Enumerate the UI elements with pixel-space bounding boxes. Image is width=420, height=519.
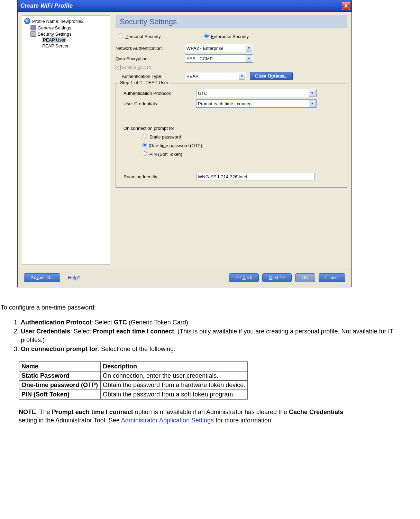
tree-root[interactable]: Profile Name: newprofile2 [24,18,108,25]
table-header-row: NameDescription [19,362,248,371]
radio-personal-input[interactable] [119,34,123,38]
close-icon[interactable]: X [342,2,350,10]
auth-type-select[interactable]: PEAP▼ [185,72,246,80]
radio-pin[interactable]: PIN (Soft Token) [141,150,182,157]
user-cred-select[interactable]: Prompt each time I connect▼ [196,99,317,108]
note-t1: : The [36,409,52,415]
data-enc-label: Data Encryption: [116,56,185,61]
user-cred-value: Prompt each time I connect [198,101,253,106]
radio-personal-label: ersonal Security [128,34,161,39]
doc-step-1: Authentication Protocol: Select GTC (Gen… [21,318,416,326]
cisco-options-button[interactable]: Cisco Options... [250,72,293,80]
back-button[interactable]: << Back [229,273,259,282]
table-row: PIN (Soft Token)Obtain the password from… [19,390,248,399]
radio-enterprise-label: nterprise Security [214,34,249,39]
window-title: Create WiFi Profile [19,2,73,9]
tree-peap-user-label: PEAP User [42,37,66,43]
li2-bold: User Credentials [21,328,70,335]
data-enc-select[interactable]: AES - CCMP▼ [185,54,253,63]
li1-bold: Authentication Protocol [21,319,91,326]
radio-pin-input[interactable] [143,151,147,156]
checkbox-icon: ✓ [116,65,121,70]
chevron-down-icon[interactable]: ▼ [309,100,316,107]
li2-bold2: Prompt each time I connect [93,328,174,335]
tree-general[interactable]: General Settings [24,25,108,31]
tree-security[interactable]: Security Settings [24,31,108,37]
tree-peap-user[interactable]: PEAP User [24,37,108,43]
next-button[interactable]: Next >> [262,273,292,282]
radio-otp-label: One-time password (OTP) [149,143,203,148]
li3-text: : Select one of the following: [98,346,175,352]
radio-static-label: Static password [149,134,181,140]
r2-name: One-time password (OTP) [21,382,98,388]
auth-proto-select[interactable]: GTC▼ [196,89,317,97]
li1-text2: (Generic Token Card). [127,319,190,326]
radio-static-input[interactable] [143,134,147,138]
note-bold2: Prompt each time I connect [52,409,133,415]
dialog-window: Create WiFi Profile X Profile Name: newp… [17,0,352,287]
r3-desc: Obtain the password from a soft token pr… [100,390,248,399]
ok-button[interactable]: OK [295,273,315,282]
advanced-button[interactable]: Advanced... [24,273,60,282]
r1-name: Static Password [21,372,70,379]
lock-icon [30,31,36,37]
auth-type-value: PEAP [186,74,199,79]
r3-name: PIN (Soft Token) [21,391,70,398]
radio-otp-input[interactable] [143,143,147,147]
doc-note: NOTE: The Prompt each time I connect opt… [19,408,358,425]
tree-general-label: General Settings [38,25,71,30]
gear-icon [30,25,36,30]
cancel-button[interactable]: Cancel [319,273,345,282]
radio-static[interactable]: Static password [141,133,181,140]
prompt-label: On connection prompt for: [120,126,175,131]
admin-settings-link[interactable]: Administrator Application Settings [121,417,214,424]
net-auth-select[interactable]: WPA2 - Enterprise▼ [185,44,253,52]
section-heading: Security Settings [116,15,347,28]
note-t2: option is unavailable if an Administrato… [133,409,289,415]
radio-personal[interactable]: Personal Security [117,33,161,39]
globe-icon [24,18,30,24]
li1-bold2: GTC [114,319,127,326]
radio-enterprise-input[interactable] [204,34,209,38]
chevron-down-icon[interactable]: ▼ [246,55,252,62]
th-desc: Description [100,362,248,371]
tree-peap-server-label: PEAP Server [42,43,69,48]
doc-intro: To configure a one-time password: [1,304,416,311]
enable-8021x-label: Enable 802.1X [122,65,152,70]
doc-step-2: User Credentials: Select Prompt each tim… [21,327,416,344]
note-bold3: Cache Credentials [289,409,343,415]
help-link[interactable]: Help? [68,275,81,280]
roaming-label: Roaming Identity: [120,174,196,179]
roaming-input[interactable]: WNG-SE-LP14-326\Intel [196,173,314,180]
li2-text: : Select [70,328,93,335]
radio-enterprise[interactable]: Enterprise Security [202,33,249,39]
enable-8021x-row: ✓ Enable 802.1X [116,65,347,70]
options-table: NameDescription Static PasswordOn connec… [19,361,248,400]
note-t3: setting in the Administrator Tool. See [19,417,121,424]
chevron-down-icon[interactable]: ▼ [246,45,252,52]
data-enc-value: AES - CCMP [186,56,213,61]
radio-otp[interactable]: One-time password (OTP) [141,142,202,148]
r1-desc: On connection, enter the user credential… [100,371,248,381]
peap-user-group: Step 1 of 2 : PEAP User Authentication P… [116,83,347,188]
tree-security-label: Security Settings [38,32,72,37]
auth-proto-value: GTC [198,91,207,96]
user-cred-label: User Credentials: [120,101,196,106]
chevron-down-icon[interactable]: ▼ [309,90,316,97]
table-row: Static PasswordOn connection, enter the … [19,371,248,381]
th-name: Name [19,362,100,371]
net-auth-value: WPA2 - Enterprise [186,46,223,51]
doc-step-3: On connection prompt for: Select one of … [21,345,416,353]
group-legend: Step 1 of 2 : PEAP User [119,80,170,85]
nav-tree[interactable]: Profile Name: newprofile2 General Settin… [22,15,110,265]
chevron-down-icon[interactable]: ▼ [239,73,245,80]
r2-desc: Obtain the password from a hardware toke… [100,381,248,390]
auth-type-label: Authentication Type: [122,74,185,79]
titlebar[interactable]: Create WiFi Profile X [18,0,351,12]
note-bold: NOTE [19,409,36,415]
doc-body: To configure a one-time password: Authen… [0,287,416,425]
li1-text: : Select [91,319,114,326]
table-row: One-time password (OTP)Obtain the passwo… [19,381,248,390]
tree-root-label: Profile Name: newprofile2 [32,19,84,24]
tree-peap-server[interactable]: PEAP Server [24,43,108,49]
